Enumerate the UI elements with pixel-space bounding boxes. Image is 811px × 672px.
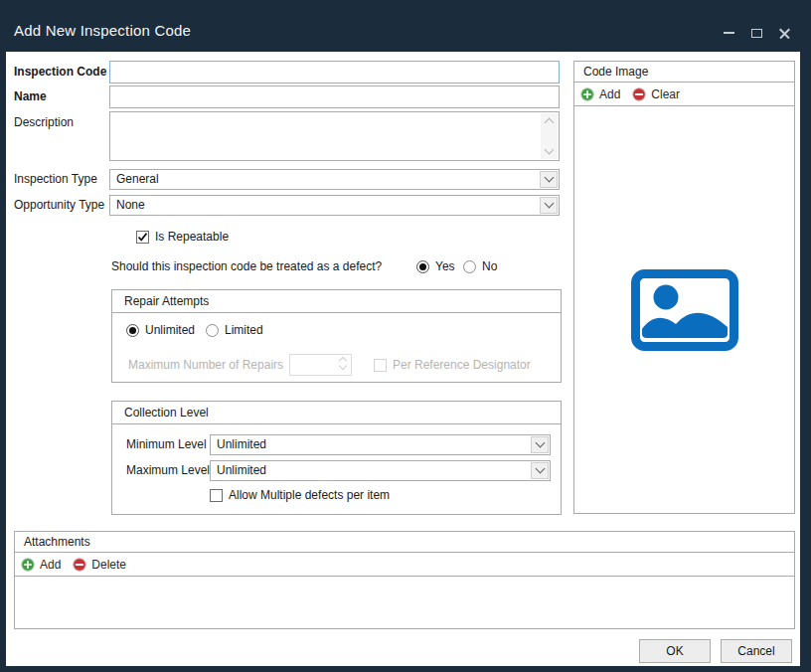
ok-button[interactable]: OK (639, 639, 711, 663)
per-reference-label: Per Reference Designator (393, 358, 531, 372)
add-plus-icon (580, 87, 594, 101)
close-icon (779, 28, 790, 39)
minimum-level-value: Unlimited (217, 435, 266, 454)
per-reference-checkbox: Per Reference Designator (374, 358, 531, 372)
maximize-icon (751, 29, 762, 38)
minimum-level-label: Minimum Level (126, 434, 207, 455)
defect-yes-label: Yes (435, 259, 455, 273)
inspection-type-value: General (116, 170, 159, 189)
minimum-level-select[interactable]: Unlimited (210, 434, 551, 455)
repair-unlimited-label: Unlimited (145, 323, 195, 337)
attachments-delete-label: Delete (91, 558, 126, 572)
attachments-add-label: Add (40, 558, 61, 572)
repair-unlimited-radio[interactable]: Unlimited (126, 323, 195, 337)
chevron-down-icon (544, 199, 554, 209)
add-plus-icon (21, 558, 35, 572)
maximum-level-select[interactable]: Unlimited (210, 460, 551, 481)
code-image-clear-button[interactable]: Clear (632, 87, 680, 101)
minimize-icon (724, 32, 734, 34)
allow-multiple-defects-label: Allow Multiple defects per item (229, 488, 390, 502)
scroll-up-icon[interactable] (545, 118, 555, 128)
minimum-level-dropdown-button[interactable] (531, 436, 549, 453)
inspection-code-input[interactable] (109, 61, 560, 84)
max-repairs-spinner (289, 354, 352, 376)
is-repeatable-checkbox[interactable]: Is Repeatable (136, 230, 229, 244)
defect-no-label: No (482, 259, 497, 273)
dialog-title: Add New Inspection Code (14, 22, 191, 39)
opportunity-type-value: None (116, 196, 145, 215)
inspection-code-label: Inspection Code (14, 61, 106, 84)
name-input[interactable] (109, 85, 560, 108)
code-image-add-button[interactable]: Add (580, 87, 620, 101)
chevron-down-icon (535, 438, 545, 448)
opportunity-type-label: Opportunity Type (14, 195, 104, 216)
remove-minus-icon (73, 558, 86, 572)
checkbox-unchecked-icon (210, 489, 223, 502)
cancel-button[interactable]: Cancel (721, 639, 792, 663)
window-controls (722, 26, 791, 40)
repair-limited-radio[interactable]: Limited (206, 323, 263, 337)
code-image-display-area (574, 107, 794, 513)
scroll-down-icon[interactable] (545, 145, 555, 155)
repair-attempts-title: Repair Attempts (112, 290, 561, 313)
opportunity-type-select[interactable]: None (109, 195, 560, 216)
code-image-clear-label: Clear (651, 87, 680, 101)
title-bar[interactable]: Add New Inspection Code (0, 0, 811, 52)
defect-question-text: Should this inspection code be treated a… (111, 255, 382, 278)
radio-selected-icon (416, 260, 429, 273)
attachments-add-button[interactable]: Add (21, 558, 61, 572)
chevron-down-icon (535, 464, 545, 474)
attachments-delete-button[interactable]: Delete (73, 558, 126, 572)
is-repeatable-label: Is Repeatable (155, 230, 229, 244)
inspection-type-label: Inspection Type (14, 169, 97, 190)
maximize-button[interactable] (749, 26, 763, 40)
radio-unselected-icon (463, 260, 476, 273)
code-image-title: Code Image (574, 62, 794, 83)
dialog-content: Inspection Code Name Description Inspect… (6, 52, 800, 666)
checkbox-checked-icon (136, 231, 149, 244)
defect-no-radio[interactable]: No (463, 259, 497, 273)
minimize-button[interactable] (722, 26, 735, 40)
code-image-toolbar: Add Clear (574, 83, 794, 106)
maximum-level-dropdown-button[interactable] (531, 462, 549, 479)
name-label: Name (14, 85, 47, 108)
opportunity-type-dropdown-button[interactable] (540, 197, 558, 214)
description-label: Description (14, 111, 74, 134)
close-button[interactable] (777, 26, 791, 40)
collection-level-title: Collection Level (112, 402, 561, 424)
radio-selected-icon (126, 324, 139, 337)
attachments-toolbar: Add Delete (15, 553, 794, 577)
description-input[interactable] (109, 111, 560, 161)
checkbox-unchecked-icon (374, 359, 387, 372)
attachments-title: Attachments (15, 532, 794, 553)
code-image-panel: Code Image Add Clear (573, 61, 795, 514)
chevron-down-icon (544, 173, 554, 183)
attachments-panel: Attachments Add Delete (14, 531, 795, 629)
dialog-window: Add New Inspection Code Inspection Code … (0, 0, 811, 672)
code-image-add-label: Add (599, 87, 620, 101)
inspection-type-select[interactable]: General (109, 169, 560, 190)
repair-attempts-group: Repair Attempts Unlimited Limited Maximu… (111, 289, 562, 383)
maximum-level-label: Maximum Level (126, 460, 210, 481)
allow-multiple-defects-checkbox[interactable]: Allow Multiple defects per item (210, 488, 390, 502)
image-placeholder-icon (630, 268, 739, 352)
repair-limited-label: Limited (225, 323, 263, 337)
radio-unselected-icon (206, 324, 219, 337)
inspection-type-dropdown-button[interactable] (540, 171, 558, 188)
max-repairs-label: Maximum Number of Repairs (128, 354, 283, 376)
remove-minus-icon (632, 87, 646, 101)
maximum-level-value: Unlimited (217, 461, 266, 480)
defect-yes-radio[interactable]: Yes (416, 259, 455, 273)
attachments-list (15, 578, 794, 628)
spinner-updown-icon (340, 358, 346, 369)
collection-level-group: Collection Level Minimum Level Unlimited… (111, 401, 562, 515)
description-scrollbar[interactable] (541, 113, 558, 159)
